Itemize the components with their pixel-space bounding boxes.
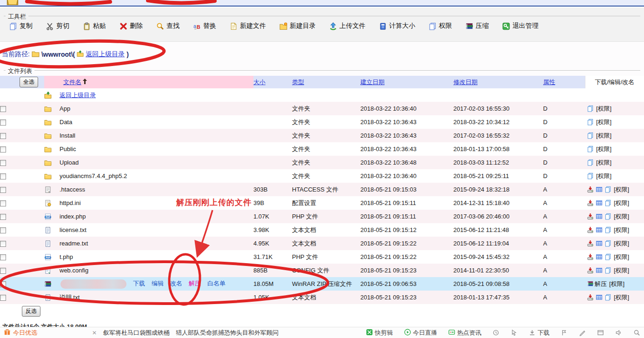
modified-sort-link[interactable]: 修改日期 bbox=[453, 79, 478, 86]
permissions-link[interactable]: [权限] bbox=[614, 226, 629, 233]
edit-action-icon[interactable] bbox=[594, 253, 603, 260]
edit-action-icon[interactable] bbox=[594, 213, 603, 220]
edit-action-icon[interactable] bbox=[594, 186, 603, 193]
zip-whitelist-link[interactable]: 白名单 bbox=[207, 280, 226, 287]
permissions-link[interactable]: [权限] bbox=[614, 186, 629, 193]
copy-action-icon[interactable] bbox=[603, 294, 611, 301]
file-name[interactable]: App bbox=[60, 105, 70, 112]
name-sort-link[interactable]: 文件名 bbox=[63, 79, 81, 86]
new-file-button[interactable]: 新建文件 bbox=[230, 22, 266, 30]
volume-icon[interactable] bbox=[615, 329, 622, 336]
download-action-icon[interactable] bbox=[585, 226, 594, 233]
copy-action-icon[interactable] bbox=[603, 186, 611, 193]
row-checkbox[interactable] bbox=[0, 254, 6, 260]
row-checkbox[interactable] bbox=[0, 187, 6, 193]
edit-action-icon[interactable] bbox=[594, 199, 603, 206]
attr-sort-link[interactable]: 属性 bbox=[543, 79, 555, 86]
compress-button[interactable]: 压缩 bbox=[465, 22, 489, 30]
replace-button[interactable]: aB替换 bbox=[193, 22, 216, 30]
permissions-button[interactable]: 权限 bbox=[429, 22, 452, 30]
find-button[interactable]: 查找 bbox=[156, 22, 179, 30]
close-icon[interactable]: ✕ bbox=[92, 330, 97, 336]
live-today-button[interactable]: 今日直播 bbox=[404, 329, 437, 337]
copy-action-icon[interactable] bbox=[585, 172, 594, 179]
zip-rename-link[interactable]: 改名 bbox=[170, 280, 182, 287]
featured-item[interactable]: 今日优选 bbox=[4, 329, 37, 337]
download-icon[interactable]: 下载 bbox=[529, 329, 550, 337]
edit-action-icon[interactable] bbox=[594, 267, 603, 274]
permissions-link[interactable]: [权限] bbox=[614, 267, 629, 274]
download-action-icon[interactable] bbox=[585, 253, 594, 260]
extract-action-link[interactable]: 解压 bbox=[595, 280, 607, 287]
permissions-link[interactable]: [权限] bbox=[596, 146, 611, 152]
permissions-link[interactable]: [权限] bbox=[596, 159, 611, 166]
file-name[interactable]: Upload bbox=[60, 159, 79, 166]
flag-icon[interactable] bbox=[561, 329, 568, 336]
file-name[interactable]: youdiancms7.4.4_php5.2 bbox=[60, 172, 127, 179]
cursor-icon[interactable] bbox=[511, 329, 518, 336]
copy-action-icon[interactable] bbox=[603, 199, 611, 206]
magnifier-icon[interactable] bbox=[633, 329, 640, 336]
file-name[interactable]: Public bbox=[60, 146, 76, 152]
hot-news-button[interactable]: 热点资讯 bbox=[448, 329, 481, 337]
download-action-icon[interactable] bbox=[585, 240, 594, 247]
copy-button[interactable]: 复制 bbox=[9, 22, 33, 30]
cut-button[interactable]: 剪切 bbox=[46, 22, 69, 30]
row-checkbox[interactable] bbox=[0, 173, 6, 179]
permissions-link[interactable]: [权限] bbox=[614, 240, 629, 247]
invert-select-button[interactable]: 反选 bbox=[22, 306, 40, 317]
size-sort-link[interactable]: 大小 bbox=[253, 79, 266, 86]
news-headline[interactable]: 叙军将杜马口袋围成铁桶 猎人部队受命抓捕恐怖头目和外军顾问 bbox=[103, 329, 279, 337]
download-action-icon[interactable] bbox=[585, 267, 594, 274]
up-directory-link[interactable]: 返回上级目录 bbox=[86, 50, 125, 59]
upload-button[interactable]: 上传文件 bbox=[329, 22, 365, 30]
download-action-icon[interactable] bbox=[585, 213, 594, 220]
zip-edit-link[interactable]: 编辑 bbox=[152, 280, 164, 287]
row-checkbox[interactable] bbox=[0, 133, 6, 139]
file-name[interactable]: Install bbox=[60, 132, 75, 139]
paste-button[interactable]: 粘贴 bbox=[83, 22, 106, 30]
permissions-link[interactable]: [权限] bbox=[614, 213, 629, 220]
row-checkbox[interactable] bbox=[0, 295, 6, 301]
edit-action-icon[interactable] bbox=[594, 226, 603, 233]
copy-action-icon[interactable] bbox=[603, 253, 611, 260]
copy-action-icon[interactable] bbox=[603, 240, 611, 247]
permissions-link[interactable]: [权限] bbox=[596, 132, 611, 139]
permissions-link[interactable]: [权限] bbox=[596, 119, 611, 126]
copy-action-icon[interactable] bbox=[585, 159, 594, 166]
row-checkbox[interactable] bbox=[0, 106, 6, 112]
copy-action-icon[interactable] bbox=[585, 146, 594, 152]
permissions-link[interactable]: [权限] bbox=[614, 199, 629, 206]
row-checkbox[interactable] bbox=[0, 200, 6, 206]
copy-action-icon[interactable] bbox=[585, 119, 594, 126]
copy-action-icon[interactable] bbox=[585, 105, 594, 112]
file-name[interactable]: Data bbox=[60, 119, 72, 126]
row-checkbox[interactable] bbox=[0, 119, 6, 126]
row-checkbox[interactable] bbox=[0, 160, 6, 166]
created-sort-link[interactable]: 建立日期 bbox=[360, 79, 385, 86]
row-checkbox[interactable] bbox=[0, 214, 6, 220]
permissions-link[interactable]: [权限] bbox=[596, 172, 611, 179]
permissions-link[interactable]: [权限] bbox=[614, 294, 629, 301]
permissions-link[interactable]: [权限] bbox=[609, 280, 624, 287]
new-folder-button[interactable]: 新建目录 bbox=[279, 22, 316, 30]
ring-icon[interactable] bbox=[492, 329, 499, 336]
edit-action-icon[interactable] bbox=[594, 240, 603, 247]
calc-size-button[interactable]: 计算大小 bbox=[379, 22, 415, 30]
copy-action-icon[interactable] bbox=[603, 213, 611, 220]
download-action-icon[interactable] bbox=[585, 199, 594, 206]
zip-download-link[interactable]: 下载 bbox=[133, 280, 145, 287]
row-checkbox[interactable] bbox=[0, 146, 6, 152]
copy-action-icon[interactable] bbox=[585, 132, 594, 139]
copy-action-icon[interactable] bbox=[603, 267, 611, 274]
quick-clip-button[interactable]: 快剪辑 bbox=[366, 329, 393, 337]
edit-action-icon[interactable] bbox=[594, 294, 603, 301]
pen-icon[interactable] bbox=[579, 329, 586, 336]
parent-directory-link[interactable]: 返回上级目录 bbox=[60, 92, 96, 99]
zip-extract-link[interactable]: 解压 bbox=[189, 280, 201, 287]
copy-action-icon[interactable] bbox=[603, 226, 611, 233]
permissions-link[interactable]: [权限] bbox=[614, 253, 629, 260]
permissions-link[interactable]: [权限] bbox=[596, 105, 611, 112]
row-checkbox[interactable] bbox=[0, 241, 6, 247]
delete-button[interactable]: 删除 bbox=[120, 22, 143, 30]
